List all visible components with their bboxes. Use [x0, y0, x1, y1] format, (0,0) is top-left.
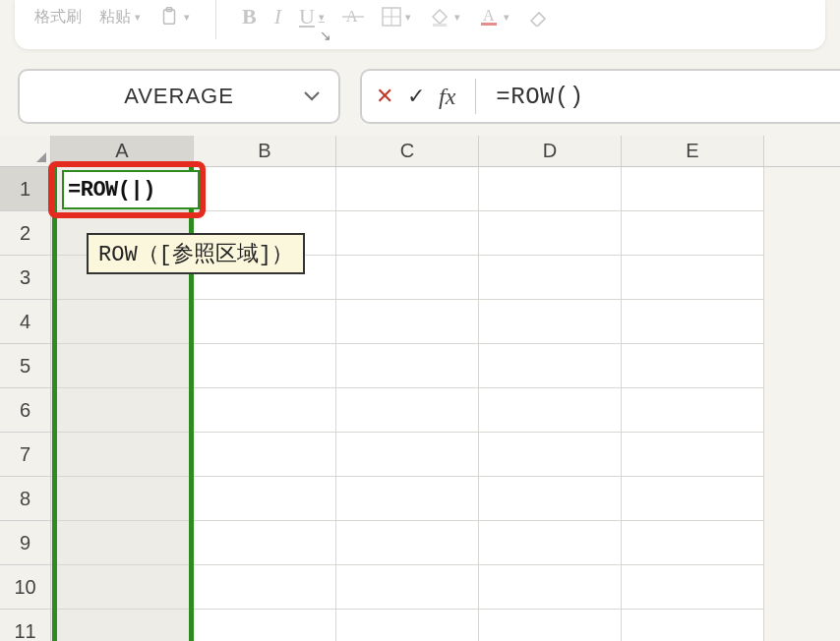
cell[interactable]	[479, 167, 622, 211]
ribbon-font-group: B I U▾ A ▾ ▾ A ▾	[222, 0, 569, 33]
cell[interactable]	[194, 167, 336, 211]
name-box-value: AVERAGE	[124, 84, 234, 109]
ribbon-clipboard-group: 格式刷 粘贴 ▾ ▾	[15, 0, 210, 33]
column-header-B[interactable]: B	[194, 136, 336, 166]
column-header-C[interactable]: C	[336, 136, 479, 166]
cell[interactable]	[51, 433, 194, 477]
cells-area[interactable]: =ROW(|) ROW（[参照区域]）	[51, 167, 840, 641]
select-all-triangle-icon	[36, 152, 46, 162]
row-header[interactable]: 8	[0, 477, 51, 521]
confirm-button[interactable]: ✓	[407, 84, 425, 109]
cell[interactable]	[622, 477, 764, 521]
cell[interactable]	[194, 610, 336, 641]
cell[interactable]	[194, 521, 336, 565]
cell[interactable]	[194, 433, 336, 477]
italic-button[interactable]: I	[274, 4, 281, 29]
cell[interactable]	[336, 433, 479, 477]
cell[interactable]	[479, 388, 622, 433]
cell[interactable]	[51, 610, 194, 641]
chevron-down-icon: ▾	[454, 11, 460, 24]
cell[interactable]	[479, 256, 622, 300]
cell[interactable]	[336, 211, 479, 256]
underline-button[interactable]: U▾	[299, 4, 325, 29]
cell[interactable]	[194, 300, 336, 344]
cell[interactable]	[622, 610, 764, 641]
cell[interactable]	[51, 300, 194, 344]
cell[interactable]	[479, 521, 622, 565]
cell[interactable]	[622, 565, 764, 610]
chevron-down-icon[interactable]	[303, 90, 321, 102]
strikethrough-button[interactable]: A	[342, 8, 364, 26]
formula-row: AVERAGE ✕ ✓ fx =ROW()	[0, 49, 840, 124]
row-header[interactable]: 11	[0, 610, 51, 641]
cell[interactable]	[51, 521, 194, 565]
cell[interactable]	[336, 388, 479, 433]
formula-input[interactable]: =ROW()	[496, 84, 583, 110]
cell[interactable]	[51, 388, 194, 433]
cell[interactable]	[336, 521, 479, 565]
bold-button[interactable]: B	[242, 4, 257, 29]
cell[interactable]	[479, 211, 622, 256]
cell[interactable]	[194, 388, 336, 433]
cell[interactable]	[51, 565, 194, 610]
cell[interactable]	[622, 256, 764, 300]
borders-button[interactable]: ▾	[382, 7, 411, 27]
row-header[interactable]: 4	[0, 300, 51, 344]
cell[interactable]	[336, 344, 479, 388]
cell[interactable]	[336, 167, 479, 211]
cell[interactable]	[194, 344, 336, 388]
row-header[interactable]: 5	[0, 344, 51, 388]
row-header[interactable]: 1	[0, 167, 51, 211]
row-headers: 1 2 3 4 5 6 7 8 9 10 11	[0, 167, 51, 641]
cell[interactable]	[479, 300, 622, 344]
ribbon-divider	[215, 0, 216, 39]
row-header[interactable]: 6	[0, 388, 51, 433]
eraser-button[interactable]	[527, 7, 549, 27]
cell[interactable]	[336, 256, 479, 300]
cell[interactable]	[622, 521, 764, 565]
cell[interactable]	[479, 477, 622, 521]
cell[interactable]	[622, 211, 764, 256]
cell[interactable]	[479, 433, 622, 477]
fx-label[interactable]: fx	[439, 84, 455, 110]
name-box[interactable]: AVERAGE	[18, 69, 340, 124]
cell[interactable]	[336, 300, 479, 344]
cell[interactable]	[194, 565, 336, 610]
chevron-down-icon: ▾	[319, 11, 325, 24]
cell[interactable]	[622, 300, 764, 344]
row-header[interactable]: 3	[0, 256, 51, 300]
row-header[interactable]: 9	[0, 521, 51, 565]
cell[interactable]	[622, 344, 764, 388]
cell[interactable]	[622, 388, 764, 433]
cell[interactable]	[51, 477, 194, 521]
row-header[interactable]: 2	[0, 211, 51, 256]
format-painter-button[interactable]: 格式刷	[34, 7, 82, 28]
clipboard-button[interactable]: ▾	[158, 6, 190, 28]
cell[interactable]	[479, 344, 622, 388]
fill-color-button[interactable]: ▾	[429, 7, 460, 27]
cell[interactable]	[194, 477, 336, 521]
paste-button[interactable]: 粘贴 ▾	[99, 7, 141, 28]
grid-body: 1 2 3 4 5 6 7 8 9 10 11	[0, 167, 840, 641]
select-all-button[interactable]	[0, 136, 51, 166]
cell[interactable]	[51, 344, 194, 388]
divider	[475, 79, 476, 114]
cell[interactable]	[479, 565, 622, 610]
cell[interactable]	[622, 167, 764, 211]
format-painter-label: 格式刷	[34, 7, 82, 28]
cell-editor-input[interactable]: =ROW(|)	[62, 170, 200, 209]
column-header-D[interactable]: D	[479, 136, 622, 166]
eraser-icon	[527, 7, 549, 27]
cell[interactable]	[622, 433, 764, 477]
row-header[interactable]: 10	[0, 565, 51, 610]
cell[interactable]	[336, 610, 479, 641]
column-header-E[interactable]: E	[622, 136, 764, 166]
font-color-button[interactable]: A ▾	[478, 7, 510, 27]
cell[interactable]	[479, 610, 622, 641]
chevron-down-icon: ▾	[135, 11, 141, 24]
cancel-button[interactable]: ✕	[376, 84, 393, 109]
cell[interactable]	[336, 565, 479, 610]
cell[interactable]	[336, 477, 479, 521]
dialog-launcher-icon[interactable]: ↘	[320, 28, 331, 43]
row-header[interactable]: 7	[0, 433, 51, 477]
